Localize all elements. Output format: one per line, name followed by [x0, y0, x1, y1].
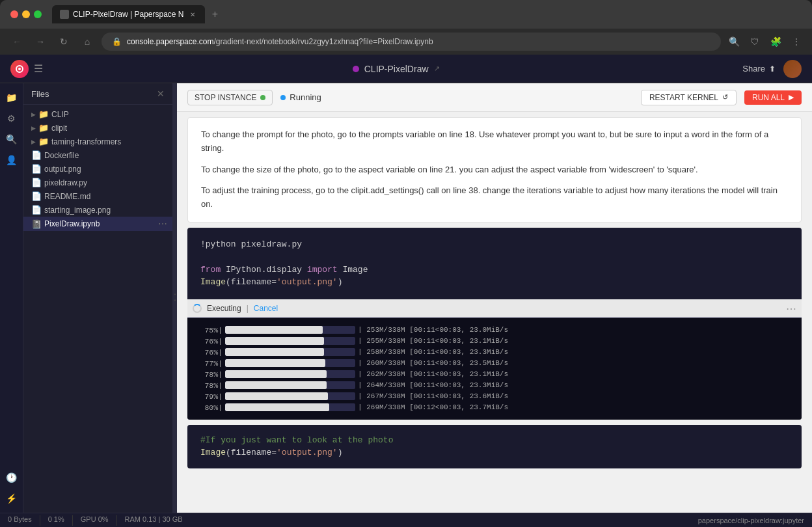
progress-bar-1: [225, 326, 355, 334]
code-line-3: from IPython.display import Image: [200, 264, 789, 277]
app-logo: [10, 60, 29, 78]
address-text: console.paperspace.com/gradient-next/not…: [127, 37, 433, 46]
traffic-lights: [10, 10, 42, 18]
play-icon: ▶: [789, 93, 794, 101]
users-toolbar-icon[interactable]: 👤: [3, 151, 21, 169]
file-icon: 📄: [31, 164, 42, 174]
status-gpu: GPU 0%: [81, 515, 109, 526]
notebook-content[interactable]: To change the prompt for the photo, go t…: [177, 112, 812, 513]
tabs-bar: CLIP-PixelDraw | Paperspace N ✕ +: [52, 5, 802, 23]
stop-instance-button[interactable]: STOP INSTANCE: [187, 90, 273, 105]
shield-icon[interactable]: 🛡: [747, 34, 763, 49]
status-divider-2: [72, 515, 73, 526]
text-para-2: To change the size of the photo, go to t…: [201, 163, 788, 177]
cancel-button[interactable]: Cancel: [254, 304, 278, 313]
extensions-icon[interactable]: 🧩: [768, 34, 783, 49]
code-cell-main[interactable]: !python pixeldraw.py from IPython.displa…: [187, 228, 802, 420]
file-icon: 📄: [31, 205, 42, 215]
progress-row-4: 77%| | 260M/338M [00:11<00:03, 23.5MiB/s: [200, 358, 789, 369]
file-item-taming[interactable]: ▶ 📁 taming-transformers: [23, 135, 172, 148]
notebook-toolbar: STOP INSTANCE Running RESTART KERNEL ↺ R…: [177, 83, 812, 112]
maximize-button[interactable]: [34, 10, 42, 18]
app-topbar-center: CLIP-PixelDraw ↗: [49, 64, 742, 74]
bottom-code-cell[interactable]: #If you just want to look at the photo I…: [187, 425, 802, 468]
file-name: taming-transformers: [51, 137, 121, 146]
tab-close-icon[interactable]: ✕: [188, 10, 197, 19]
file-item-dockerfile[interactable]: 📄 Dockerfile: [23, 148, 172, 162]
back-button[interactable]: ←: [8, 33, 26, 51]
reload-button[interactable]: ↻: [55, 33, 73, 51]
status-bytes: 0 Bytes: [8, 515, 32, 526]
clock-toolbar-icon[interactable]: 🕐: [3, 468, 21, 487]
file-panel: Files ✕ ▶ 📁 CLIP ▶ 📁 clipit ▶: [23, 83, 173, 513]
code-editor[interactable]: !python pixeldraw.py from IPython.displa…: [187, 228, 802, 299]
share-label: Share: [742, 64, 765, 74]
address-domain: console.paperspace.com: [127, 37, 213, 46]
progress-fill-8: [225, 403, 329, 411]
code-line-4: Image(filename='output.png'): [200, 276, 789, 289]
file-item-readme[interactable]: 📄 README.md: [23, 189, 172, 203]
stop-instance-label: STOP INSTANCE: [195, 93, 256, 102]
files-toolbar-icon[interactable]: 📁: [3, 88, 21, 107]
search-icon[interactable]: 🔍: [726, 34, 742, 49]
file-item-clipit[interactable]: ▶ 📁 clipit: [23, 121, 172, 135]
file-actions-icon[interactable]: ⋯: [158, 219, 167, 229]
hamburger-menu-icon[interactable]: ☰: [34, 62, 43, 75]
left-toolbar: 📁 ⚙ 🔍 👤 🕐 ⚡: [0, 83, 23, 513]
file-item-output-png[interactable]: 📄 output.png: [23, 162, 172, 176]
active-tab[interactable]: CLIP-PixelDraw | Paperspace N ✕: [52, 5, 205, 23]
file-item-pixeldraw-py[interactable]: 📄 pixeldraw.py: [23, 176, 172, 189]
app-title: CLIP-PixelDraw: [364, 64, 429, 74]
build-toolbar-icon[interactable]: ⚡: [3, 489, 21, 507]
folder-icon: 📁: [38, 109, 49, 119]
executing-status: Executing | Cancel: [193, 304, 278, 313]
menu-icon[interactable]: ⋮: [789, 34, 804, 49]
title-bar: CLIP-PixelDraw | Paperspace N ✕ +: [0, 0, 812, 29]
running-indicator-dot: [260, 95, 265, 100]
progress-fill-6: [225, 381, 327, 389]
home-button[interactable]: ⌂: [78, 33, 96, 51]
progress-row-6: 78%| | 264M/338M [00:11<00:03, 23.3MiB/s: [200, 380, 789, 391]
file-panel-close-icon[interactable]: ✕: [157, 88, 165, 99]
external-link-icon[interactable]: ↗: [434, 64, 440, 73]
run-all-button[interactable]: RUN ALL ▶: [744, 90, 802, 105]
file-item-clip[interactable]: ▶ 📁 CLIP: [23, 107, 172, 121]
file-item-starting-image[interactable]: 📄 starting_image.png: [23, 203, 172, 217]
browser-window: CLIP-PixelDraw | Paperspace N ✕ + ← → ↻ …: [0, 0, 812, 55]
file-item-pixeldraw-ipynb[interactable]: 📓 PixelDraw.ipynb ⋯: [23, 217, 172, 231]
notebook-icon: 📓: [31, 219, 42, 229]
progress-row-7: 79%| | 267M/338M [00:11<00:03, 23.6MiB/s: [200, 391, 789, 402]
progress-bar-5: [225, 370, 355, 378]
new-tab-button[interactable]: +: [208, 7, 223, 22]
user-avatar[interactable]: [783, 60, 802, 78]
settings-toolbar-icon[interactable]: ⚙: [3, 109, 21, 128]
progress-row-2: 76%| | 255M/338M [00:11<00:03, 23.1MiB/s: [200, 336, 789, 347]
progress-fill-2: [225, 337, 324, 345]
progress-bar-8: [225, 403, 355, 411]
address-bar[interactable]: 🔒 console.paperspace.com/gradient-next/n…: [102, 33, 721, 51]
forward-button[interactable]: →: [31, 33, 49, 51]
output-options-icon[interactable]: ⋯: [786, 303, 796, 315]
file-panel-header: Files ✕: [23, 83, 172, 105]
status-bar: 0 Bytes 0 1% GPU 0% RAM 0.13 | 30 GB pap…: [0, 513, 812, 527]
progress-row-1: 75%| | 253M/338M [00:11<00:03, 23.0MiB/s: [200, 325, 789, 336]
restart-kernel-label: RESTART KERNEL: [649, 93, 718, 102]
progress-fill-5: [225, 370, 327, 378]
app-container: ☰ CLIP-PixelDraw ↗ Share ⬆ 📁 ⚙ 🔍 👤 🕐 ⚡: [0, 55, 812, 527]
share-button[interactable]: Share ⬆: [742, 64, 776, 74]
file-tree: ▶ 📁 CLIP ▶ 📁 clipit ▶ 📁 taming-transform…: [23, 105, 172, 513]
minimize-button[interactable]: [22, 10, 30, 18]
running-dot: [280, 95, 286, 100]
executing-label: Executing: [207, 304, 241, 313]
file-name: pixeldraw.py: [44, 178, 87, 187]
share-icon: ⬆: [769, 64, 776, 74]
status-kernel: paperspace/clip-pixeldraw:jupyter: [698, 517, 804, 524]
file-icon: 📄: [31, 191, 42, 201]
bottom-code-line-2: Image(filename='output.png'): [200, 446, 789, 459]
folder-arrow-icon: ▶: [31, 125, 36, 131]
search-toolbar-icon[interactable]: 🔍: [3, 130, 21, 148]
running-status-label: Running: [290, 92, 321, 102]
restart-kernel-button[interactable]: RESTART KERNEL ↺: [641, 90, 737, 105]
close-button[interactable]: [10, 10, 18, 18]
running-status: Running: [280, 92, 321, 102]
